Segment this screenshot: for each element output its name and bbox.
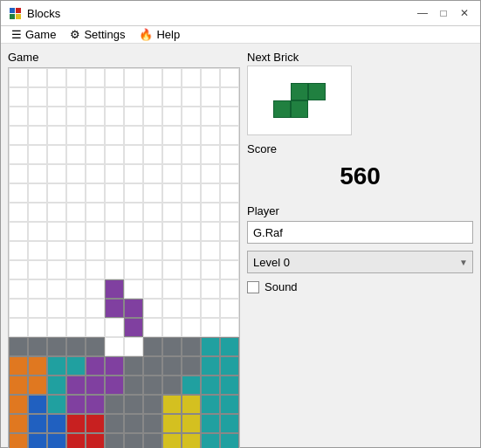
grid-cell [9, 203, 28, 222]
grid-cell [105, 299, 124, 318]
grid-cell [182, 414, 201, 433]
grid-cell [162, 337, 182, 356]
grid-cell [182, 356, 201, 376]
grid-cell [28, 260, 47, 279]
grid-cell [9, 145, 28, 164]
grid-cell [182, 222, 201, 241]
icon-block-2 [16, 8, 21, 13]
grid-cell [105, 241, 124, 260]
grid-cell [47, 145, 66, 164]
grid-cell [86, 299, 105, 318]
next-brick-label: Next Brick [247, 51, 473, 64]
grid-cell [143, 337, 162, 356]
grid-cell [201, 222, 220, 241]
grid-cell [220, 241, 239, 260]
main-content: Game ▶ ⏸ Next Brick [1, 44, 480, 448]
grid-cell [182, 241, 201, 260]
grid-cell [220, 145, 239, 164]
grid-cell [182, 376, 201, 395]
grid-cell [86, 87, 105, 107]
grid-cell [162, 203, 182, 222]
grid-cell [86, 68, 105, 87]
grid-cell [66, 318, 86, 337]
grid-cell [201, 241, 220, 260]
grid-cell [124, 222, 143, 241]
grid-cell [162, 395, 182, 414]
grid-cell [220, 222, 239, 241]
grid-cell [124, 260, 143, 279]
grid-cell [182, 260, 201, 279]
grid-cell [66, 241, 86, 260]
grid-cell [105, 126, 124, 145]
grid-cell [86, 260, 105, 279]
grid-cell [220, 318, 239, 337]
grid-cell [9, 279, 28, 299]
grid-cell [143, 279, 162, 299]
grid-cell [86, 203, 105, 222]
grid-cell [201, 318, 220, 337]
grid-cell [220, 395, 239, 414]
level-select[interactable]: Level 0 Level 1 Level 2 Level 3 [247, 251, 473, 273]
grid-cell [105, 260, 124, 279]
menu-game-icon: ☰ [11, 28, 22, 41]
grid-cell [86, 126, 105, 145]
grid-cell [105, 68, 124, 87]
grid-cell [201, 183, 220, 203]
grid-cell [162, 107, 182, 126]
score-label: Score [247, 142, 473, 155]
grid-cell [220, 433, 239, 448]
grid-cell [124, 299, 143, 318]
minimize-button[interactable]: — [414, 4, 431, 22]
sound-row: Sound [247, 280, 473, 293]
grid-cell [201, 260, 220, 279]
grid-cell [86, 318, 105, 337]
grid-cell [86, 395, 105, 414]
grid-cell [162, 299, 182, 318]
grid-cell [124, 183, 143, 203]
grid-cell [86, 145, 105, 164]
grid-cell [66, 183, 86, 203]
grid-cell [124, 203, 143, 222]
nb-cell [308, 100, 326, 118]
menu-game[interactable]: ☰ Game [4, 26, 63, 43]
grid-cell [143, 87, 162, 107]
grid-cell [28, 222, 47, 241]
grid-cell [9, 68, 28, 87]
grid-cell [143, 241, 162, 260]
grid-cell [9, 433, 28, 448]
player-input[interactable] [247, 221, 473, 244]
grid-cell [220, 87, 239, 107]
menu-help[interactable]: 🔥 Help [132, 26, 187, 43]
grid-cell [143, 164, 162, 183]
menu-settings-icon: ⚙ [70, 28, 80, 41]
nb-cell [291, 83, 308, 100]
grid-cell [105, 183, 124, 203]
grid-cell [105, 203, 124, 222]
maximize-button[interactable]: □ [435, 4, 452, 22]
grid-cell [220, 356, 239, 376]
grid-cell [220, 260, 239, 279]
grid-cell [9, 107, 28, 126]
grid-cell [201, 87, 220, 107]
grid-cell [9, 241, 28, 260]
grid-cell [105, 414, 124, 433]
menu-game-label: Game [25, 28, 56, 41]
grid-cell [9, 318, 28, 337]
grid-cell [182, 183, 201, 203]
nb-cell [273, 100, 291, 118]
game-panel: Game ▶ ⏸ [8, 51, 240, 448]
sound-checkbox[interactable] [247, 281, 259, 293]
grid-cell [66, 107, 86, 126]
grid-cell [162, 68, 182, 87]
game-label: Game [8, 51, 240, 64]
grid-cell [182, 433, 201, 448]
grid-cell [66, 433, 86, 448]
grid-cell [66, 337, 86, 356]
grid-cell [47, 203, 66, 222]
grid-cell [9, 87, 28, 107]
grid-cell [47, 414, 66, 433]
grid-cell [86, 356, 105, 376]
menu-bar: ☰ Game ⚙ Settings 🔥 Help [1, 26, 480, 44]
close-button[interactable]: ✕ [456, 4, 473, 22]
menu-settings[interactable]: ⚙ Settings [63, 26, 132, 43]
